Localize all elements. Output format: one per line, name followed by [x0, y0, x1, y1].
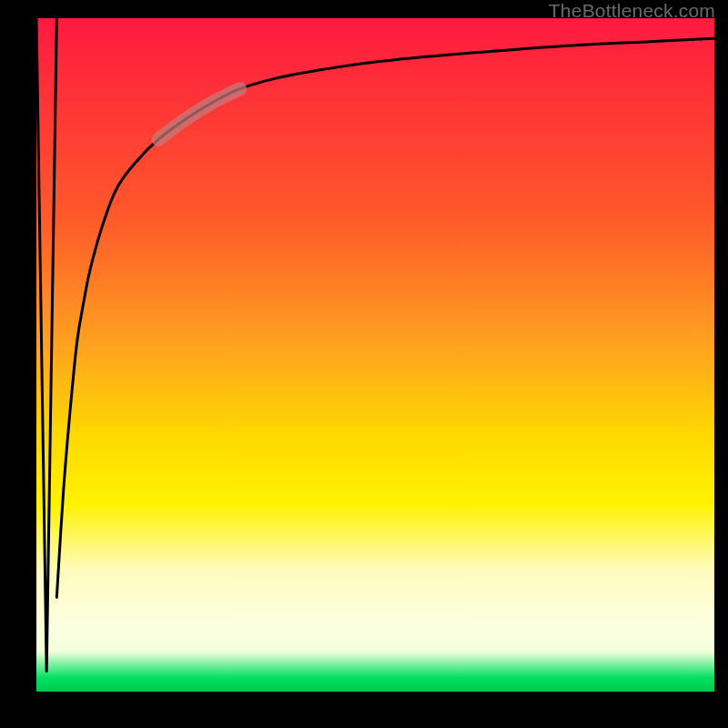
- plot-area: [36, 18, 714, 692]
- curve-path: [56, 38, 714, 597]
- spike-path: [36, 18, 56, 672]
- chart-frame: TheBottleneck.com: [0, 0, 728, 728]
- chart-svg: [36, 18, 714, 692]
- highlight-path: [158, 89, 239, 140]
